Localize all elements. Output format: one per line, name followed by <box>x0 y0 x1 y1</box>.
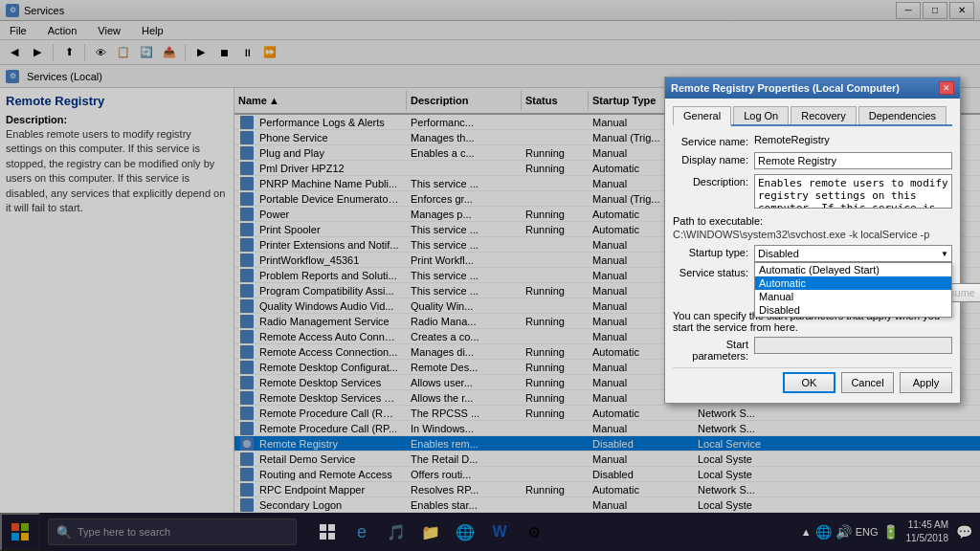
service-name-label: Service name: <box>673 134 754 147</box>
list-item[interactable]: Disabled <box>755 303 951 317</box>
list-item[interactable]: Manual <box>755 290 951 303</box>
startup-type-label: Startup type: <box>673 245 754 258</box>
service-name-value: RemoteRegistry <box>754 134 952 145</box>
startup-current-value: Disabled <box>758 248 799 259</box>
path-value: C:\WINDOWS\system32\svchost.exe -k local… <box>673 229 952 240</box>
dialog-close-button[interactable]: ✕ <box>939 81 954 95</box>
apply-button[interactable]: Apply <box>900 372 952 393</box>
dialog-tab-recovery[interactable]: Recovery <box>791 106 856 124</box>
startup-dropdown[interactable]: Disabled ▼ <box>754 245 952 262</box>
display-name-input[interactable] <box>754 152 952 169</box>
display-name-row: Display name: <box>673 152 952 169</box>
dialog-tab-general[interactable]: General <box>673 106 731 126</box>
dialog-tab-logon[interactable]: Log On <box>733 106 789 124</box>
startup-dropdown-container: Disabled ▼ Automatic (Delayed Start)Auto… <box>754 245 952 262</box>
start-params-section: You can specify the start parameters tha… <box>673 310 952 362</box>
dialog-tabs: General Log On Recovery Dependencies <box>673 106 952 126</box>
path-label: Path to executable: <box>673 215 952 227</box>
description-label: Description: <box>673 174 754 187</box>
dialog-overlay: Remote Registry Properties (Local Comput… <box>0 0 980 551</box>
list-item[interactable]: Automatic <box>755 276 951 290</box>
dialog-title-text: Remote Registry Properties (Local Comput… <box>671 82 900 94</box>
service-status-label: Service status: <box>673 267 754 278</box>
path-row: Path to executable: C:\WINDOWS\system32\… <box>673 215 952 240</box>
dialog: Remote Registry Properties (Local Comput… <box>664 77 961 404</box>
startup-type-row: Startup type: Disabled ▼ Automatic (Dela… <box>673 245 952 262</box>
start-params-input-label: Start parameters: <box>673 337 754 362</box>
description-row: Description: Enables remote users to mod… <box>673 174 952 210</box>
dropdown-arrow-icon: ▼ <box>941 250 948 258</box>
ok-button[interactable]: OK <box>783 372 835 393</box>
dialog-title-bar: Remote Registry Properties (Local Comput… <box>665 77 960 99</box>
dialog-tab-dependencies[interactable]: Dependencies <box>858 106 947 124</box>
cancel-button[interactable]: Cancel <box>841 372 894 393</box>
list-item[interactable]: Automatic (Delayed Start) <box>755 263 951 276</box>
start-params-row: Start parameters: <box>673 337 952 362</box>
start-params-input[interactable] <box>754 337 952 354</box>
description-textarea[interactable]: Enables remote users to modify registry … <box>754 174 952 209</box>
display-name-label: Display name: <box>673 152 754 165</box>
service-name-row: Service name: RemoteRegistry <box>673 134 952 147</box>
dialog-body: General Log On Recovery Dependencies Ser… <box>665 99 960 403</box>
dialog-actions: OK Cancel Apply <box>673 367 952 395</box>
startup-dropdown-list: Automatic (Delayed Start)AutomaticManual… <box>754 262 952 318</box>
